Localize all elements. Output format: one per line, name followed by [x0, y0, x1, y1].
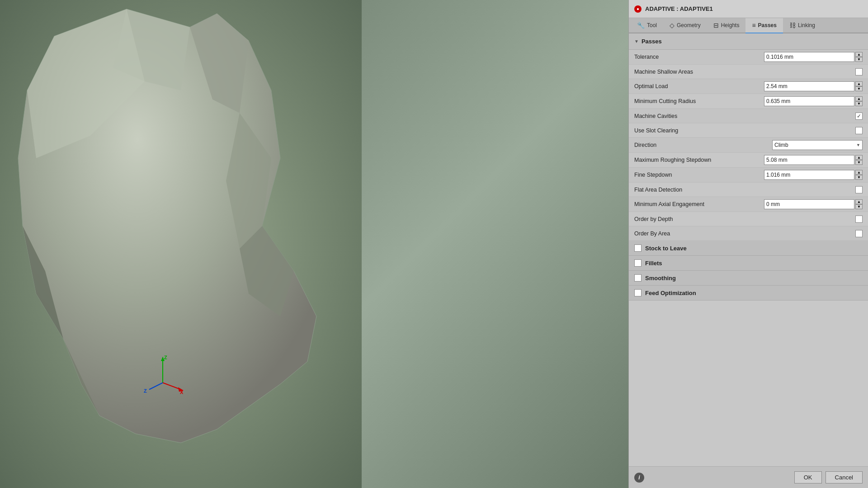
use-slot-clearing-control — [855, 127, 863, 134]
machine-shallow-areas-label: Machine Shallow Areas — [634, 69, 855, 75]
tab-tool[interactable]: 🔧 Tool — [631, 18, 663, 33]
tolerance-down[interactable]: ▼ — [855, 57, 863, 62]
fillets-label: Fillets — [645, 260, 662, 267]
tab-geometry-label: Geometry — [677, 22, 701, 28]
direction-select-arrow: ▼ — [856, 143, 860, 147]
use-slot-clearing-checkbox[interactable] — [855, 127, 863, 134]
order-by-depth-control — [855, 216, 863, 223]
tab-passes[interactable]: ≡ Passes — [745, 18, 783, 33]
order-by-depth-checkbox[interactable] — [855, 216, 863, 223]
min-cutting-radius-control: 0.635 mm ▲ ▼ — [764, 96, 863, 106]
dialog-panel: ● ADAPTIVE : ADAPTIVE1 🔧 Tool ◇ Geometry… — [628, 0, 868, 488]
min-axial-engagement-spinner[interactable]: ▲ ▼ — [855, 199, 863, 209]
tab-linking[interactable]: ⛓ Linking — [783, 18, 821, 33]
order-by-area-label: Order By Area — [634, 230, 855, 237]
fine-stepdown-input[interactable]: 1.016 mm — [764, 170, 854, 180]
max-roughing-stepdown-label: Maximum Roughing Stepdown — [634, 157, 764, 163]
min-cutting-radius-up[interactable]: ▲ — [855, 96, 863, 101]
3d-shape — [0, 0, 628, 488]
machine-shallow-areas-control — [855, 68, 863, 75]
fillets-checkbox[interactable] — [634, 259, 642, 267]
smoothing-group[interactable]: Smoothing — [629, 271, 868, 286]
info-icon[interactable]: i — [634, 473, 644, 483]
ok-button[interactable]: OK — [794, 471, 822, 483]
passes-section-header[interactable]: ▼ Passes — [629, 33, 868, 50]
optimal-load-spinner[interactable]: ▲ ▼ — [855, 81, 863, 91]
tool-icon: 🔧 — [637, 22, 645, 29]
max-roughing-down[interactable]: ▼ — [855, 160, 863, 165]
direction-label: Direction — [634, 142, 772, 148]
max-roughing-stepdown-spinner[interactable]: ▲ ▼ — [855, 155, 863, 165]
tab-heights-label: Heights — [721, 22, 740, 28]
heights-icon: ⊟ — [713, 22, 719, 29]
bottom-buttons: OK Cancel — [794, 471, 863, 483]
tolerance-control: 0.1016 mm ▲ ▼ — [764, 52, 863, 62]
flat-area-detection-row: Flat Area Detection — [629, 183, 868, 197]
tolerance-spinner[interactable]: ▲ ▼ — [855, 52, 863, 62]
order-by-depth-row: Order by Depth — [629, 212, 868, 226]
min-axial-down[interactable]: ▼ — [855, 204, 863, 209]
order-by-area-control — [855, 230, 863, 237]
stock-to-leave-checkbox[interactable] — [634, 244, 642, 252]
machine-cavities-label: Machine Cavities — [634, 113, 855, 119]
machine-cavities-checkbox[interactable]: ✓ — [855, 113, 863, 120]
tab-geometry[interactable]: ◇ Geometry — [663, 18, 707, 33]
min-axial-engagement-label: Minimum Axial Engagement — [634, 201, 764, 207]
smoothing-label: Smoothing — [645, 275, 676, 282]
use-slot-clearing-row: Use Slot Clearing — [629, 123, 868, 138]
min-cutting-radius-input[interactable]: 0.635 mm — [764, 96, 854, 106]
panel-content[interactable]: ▼ Passes Tolerance 0.1016 mm ▲ ▼ Machine… — [629, 33, 868, 466]
optimal-load-up[interactable]: ▲ — [855, 81, 863, 86]
optimal-load-control: 2.54 mm ▲ ▼ — [764, 81, 863, 91]
min-cutting-radius-spinner[interactable]: ▲ ▼ — [855, 96, 863, 106]
feed-optimization-group[interactable]: Feed Optimization — [629, 286, 868, 300]
viewport-3d[interactable]: Z X Z — [0, 0, 628, 488]
tab-heights[interactable]: ⊟ Heights — [707, 18, 746, 33]
direction-select[interactable]: Climb ▼ — [772, 140, 863, 150]
passes-icon: ≡ — [752, 22, 755, 29]
machine-shallow-areas-checkbox[interactable] — [855, 68, 863, 75]
order-by-area-checkbox[interactable] — [855, 230, 863, 237]
svg-text:Z: Z — [164, 355, 167, 360]
min-axial-up[interactable]: ▲ — [855, 199, 863, 204]
fillets-group[interactable]: Fillets — [629, 256, 868, 271]
order-by-depth-label: Order by Depth — [634, 216, 855, 222]
tab-linking-label: Linking — [798, 22, 815, 28]
optimal-load-row: Optimal Load 2.54 mm ▲ ▼ — [629, 79, 868, 94]
tolerance-input[interactable]: 0.1016 mm — [764, 52, 854, 62]
min-cutting-radius-row: Minimum Cutting Radius 0.635 mm ▲ ▼ — [629, 94, 868, 109]
machine-cavities-control: ✓ — [855, 113, 863, 120]
fine-stepdown-row: Fine Stepdown 1.016 mm ▲ ▼ — [629, 168, 868, 183]
geometry-icon: ◇ — [670, 22, 675, 29]
optimal-load-input[interactable]: 2.54 mm — [764, 81, 854, 91]
fine-stepdown-up[interactable]: ▲ — [855, 170, 863, 175]
max-roughing-stepdown-input[interactable]: 5.08 mm — [764, 155, 854, 165]
min-cutting-radius-label: Minimum Cutting Radius — [634, 98, 764, 104]
tolerance-up[interactable]: ▲ — [855, 52, 863, 57]
flat-area-detection-checkbox[interactable] — [855, 186, 863, 193]
optimal-load-label: Optimal Load — [634, 83, 764, 89]
min-axial-engagement-input[interactable]: 0 mm — [764, 199, 854, 209]
machine-shallow-areas-row: Machine Shallow Areas — [629, 65, 868, 79]
max-roughing-up[interactable]: ▲ — [855, 155, 863, 160]
stock-to-leave-label: Stock to Leave — [645, 245, 687, 252]
optimal-load-down[interactable]: ▼ — [855, 86, 863, 91]
min-cutting-radius-down[interactable]: ▼ — [855, 101, 863, 106]
cancel-button[interactable]: Cancel — [826, 471, 863, 483]
fine-stepdown-control: 1.016 mm ▲ ▼ — [764, 170, 863, 180]
tab-bar: 🔧 Tool ◇ Geometry ⊟ Heights ≡ Passes ⛓ L… — [629, 18, 868, 33]
fine-stepdown-label: Fine Stepdown — [634, 172, 764, 178]
tolerance-row: Tolerance 0.1016 mm ▲ ▼ — [629, 50, 868, 65]
smoothing-checkbox[interactable] — [634, 274, 642, 282]
bottom-bar: i OK Cancel — [629, 466, 868, 488]
direction-control: Climb ▼ — [772, 140, 863, 150]
use-slot-clearing-label: Use Slot Clearing — [634, 127, 855, 134]
fine-stepdown-down[interactable]: ▼ — [855, 175, 863, 180]
stock-to-leave-group[interactable]: Stock to Leave — [629, 241, 868, 256]
axis-indicator: Z X Z — [140, 351, 185, 398]
max-roughing-stepdown-control: 5.08 mm ▲ ▼ — [764, 155, 863, 165]
feed-optimization-checkbox[interactable] — [634, 289, 642, 296]
svg-line-4 — [163, 383, 181, 389]
title-bar-icon: ● — [634, 5, 642, 13]
fine-stepdown-spinner[interactable]: ▲ ▼ — [855, 170, 863, 180]
